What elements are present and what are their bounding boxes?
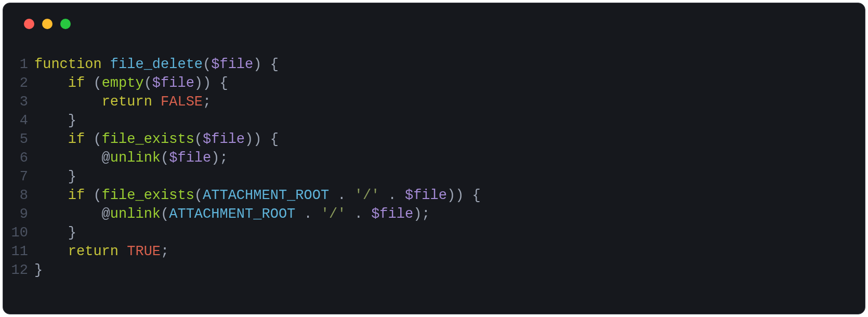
code-token (329, 188, 337, 203)
code-content[interactable]: @unlink(ATTACHMENT_ROOT . '/' . $file); (34, 205, 430, 223)
code-token (34, 169, 68, 184)
code-token (34, 131, 68, 147)
code-content[interactable]: } (34, 261, 43, 280)
window-titlebar (3, 3, 865, 34)
code-token: . (304, 206, 312, 222)
code-token (346, 188, 354, 203)
code-content[interactable]: return FALSE; (34, 93, 211, 111)
code-token: FALSE (161, 94, 203, 110)
code-content[interactable]: @unlink($file); (34, 149, 228, 167)
code-token (295, 206, 304, 222)
editor-window: 1function file_delete($file) {2 if (empt… (3, 3, 865, 314)
code-token: function (34, 57, 102, 72)
code-token: ( (93, 131, 101, 147)
line-number: 5 (3, 130, 34, 149)
code-token (152, 94, 161, 110)
code-token: @ (34, 206, 110, 222)
code-line[interactable]: 12} (3, 261, 865, 280)
code-content[interactable]: if (file_exists($file)) { (34, 130, 279, 149)
code-line[interactable]: 10 } (3, 223, 865, 242)
code-line[interactable]: 11 return TRUE; (3, 242, 865, 261)
code-token: ( (144, 75, 152, 91)
code-line[interactable]: 4 } (3, 111, 865, 130)
close-window-button[interactable] (24, 19, 34, 29)
code-line[interactable]: 1function file_delete($file) { (3, 55, 865, 74)
code-token: ; (161, 244, 169, 259)
code-token: file_exists (102, 131, 194, 147)
line-number: 2 (3, 74, 34, 93)
code-token (211, 75, 219, 91)
code-token (34, 188, 68, 203)
code-line[interactable]: 7 } (3, 167, 865, 186)
code-line[interactable]: 8 if (file_exists(ATTACHMENT_ROOT . '/' … (3, 186, 865, 205)
code-token: } (68, 225, 76, 241)
code-token (85, 131, 93, 147)
code-token: empty (102, 75, 144, 91)
code-line[interactable]: 9 @unlink(ATTACHMENT_ROOT . '/' . $file)… (3, 205, 865, 223)
code-token: $file (152, 75, 194, 91)
code-token (85, 75, 93, 91)
code-content[interactable]: if (file_exists(ATTACHMENT_ROOT . '/' . … (34, 186, 481, 205)
minimize-window-button[interactable] (42, 19, 52, 29)
maximize-window-button[interactable] (60, 19, 71, 29)
code-content[interactable]: } (34, 167, 76, 186)
code-token: ) (211, 150, 219, 166)
code-token: } (34, 262, 43, 278)
code-token: ( (161, 150, 169, 166)
code-area[interactable]: 1function file_delete($file) {2 if (empt… (3, 34, 865, 314)
code-token: ) (447, 188, 455, 203)
code-token: ) (245, 131, 253, 147)
code-token: return (68, 244, 119, 259)
code-token: if (68, 131, 85, 147)
code-content[interactable]: } (34, 223, 76, 242)
code-content[interactable]: function file_delete($file) { (34, 55, 279, 74)
code-token (34, 113, 68, 128)
line-number: 3 (3, 93, 34, 111)
line-number: 11 (3, 242, 34, 261)
code-token: ( (203, 57, 211, 72)
code-token: ) (253, 131, 261, 147)
line-number: 4 (3, 111, 34, 130)
code-token: file_exists (102, 188, 194, 203)
code-token: { (219, 75, 228, 91)
code-token (397, 188, 405, 203)
code-token: @ (34, 150, 110, 166)
code-token (85, 188, 93, 203)
code-token: ( (194, 188, 203, 203)
code-token: ; (203, 94, 211, 110)
code-token: ) (253, 57, 261, 72)
code-line[interactable]: 2 if (empty($file)) { (3, 74, 865, 93)
code-token (379, 188, 388, 203)
code-token (346, 206, 354, 222)
code-token: ( (93, 188, 101, 203)
code-token (102, 57, 110, 72)
code-token: ( (161, 206, 169, 222)
code-line[interactable]: 5 if (file_exists($file)) { (3, 130, 865, 149)
code-token: unlink (110, 150, 161, 166)
code-content[interactable]: return TRUE; (34, 242, 169, 261)
code-token: . (337, 188, 346, 203)
line-number: 12 (3, 261, 34, 280)
code-token (464, 188, 472, 203)
code-token: ) (194, 75, 203, 91)
code-token (119, 244, 127, 259)
code-token: } (68, 113, 76, 128)
code-token: . (354, 206, 363, 222)
line-number: 6 (3, 149, 34, 167)
code-token: $file (211, 57, 253, 72)
code-token: '/' (354, 188, 380, 203)
code-token: '/' (321, 206, 346, 222)
code-token: ( (194, 131, 203, 147)
code-token (34, 244, 68, 259)
code-content[interactable]: if (empty($file)) { (34, 74, 228, 93)
code-token: return (102, 94, 152, 110)
code-token: ; (219, 150, 228, 166)
code-line[interactable]: 6 @unlink($file); (3, 149, 865, 167)
code-token: { (270, 131, 279, 147)
code-token: ATTACHMENT_ROOT (169, 206, 295, 222)
code-token (261, 57, 270, 72)
code-content[interactable]: } (34, 111, 76, 130)
code-token: } (68, 169, 76, 184)
code-line[interactable]: 3 return FALSE; (3, 93, 865, 111)
code-token: file_delete (110, 57, 203, 72)
